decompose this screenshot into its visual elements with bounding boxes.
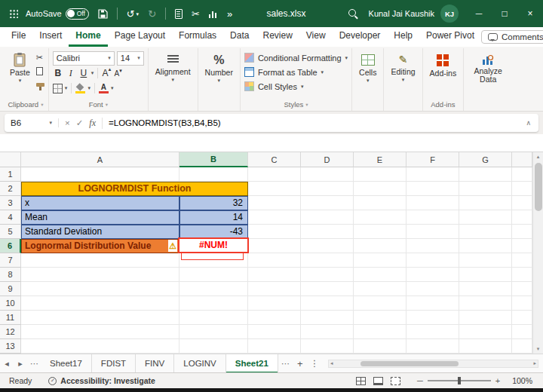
cell-A2-merged-title[interactable]: LOGNORMDIST Function (21, 182, 248, 196)
cell-A3[interactable]: x (21, 196, 179, 210)
sheet-tabs-overflow-left[interactable]: ⋯ (27, 359, 41, 369)
cell-F3[interactable] (406, 196, 459, 210)
cell-F2[interactable] (406, 182, 459, 196)
zoom-out-icon[interactable]: ─ (413, 376, 428, 385)
hscroll-left-icon[interactable]: ◂ (330, 360, 333, 366)
cell-E7[interactable] (354, 253, 406, 268)
vertical-scrollbar[interactable]: ▴ ▾ (532, 152, 543, 354)
name-box-dropdown-icon[interactable]: ▾ (49, 120, 52, 126)
cell-A4[interactable]: Mean (21, 210, 179, 225)
cell-partial-13[interactable] (512, 339, 532, 354)
row-header-11[interactable]: 11 (0, 311, 21, 325)
column-header-A[interactable]: A (21, 152, 179, 167)
cell-C4[interactable] (248, 210, 301, 225)
column-header-C[interactable]: C (248, 152, 301, 167)
tab-data[interactable]: Data (223, 27, 256, 47)
row-header-6[interactable]: 6 (0, 239, 21, 253)
cell-B8[interactable] (179, 268, 248, 282)
cell-A6[interactable]: Lognormal Distribution Value⚠ (21, 239, 179, 253)
cell-partial-10[interactable] (512, 296, 532, 311)
cell-partial-11[interactable] (512, 311, 532, 325)
tab-insert[interactable]: Insert (32, 27, 69, 47)
chart-icon[interactable] (209, 10, 218, 18)
cell-G8[interactable] (459, 268, 512, 282)
select-all-corner[interactable] (0, 152, 21, 167)
zoom-in-icon[interactable]: + (491, 376, 505, 385)
sheet-tab-loginv[interactable]: LOGINV (174, 354, 225, 373)
cell-G2[interactable] (459, 182, 512, 196)
conditional-formatting-button[interactable]: Conditional Formatting ▾ (244, 51, 348, 64)
cell-E4[interactable] (354, 210, 406, 225)
cell-B12[interactable] (179, 325, 248, 339)
tab-help[interactable]: Help (387, 27, 419, 47)
cell-B10[interactable] (179, 296, 248, 311)
copy-button[interactable] (36, 66, 44, 77)
tab-developer[interactable]: Developer (333, 27, 388, 47)
cell-F11[interactable] (406, 311, 459, 325)
cell-B13[interactable] (179, 339, 248, 354)
alignment-button[interactable]: Alignment ▾ (152, 51, 194, 84)
number-button[interactable]: % Number ▾ (202, 51, 236, 85)
column-header-D[interactable]: D (301, 152, 354, 167)
italic-button[interactable]: I (66, 68, 76, 79)
column-header-G[interactable]: G (459, 152, 512, 167)
cell-C1[interactable] (248, 167, 301, 182)
page-break-view-icon[interactable] (391, 377, 400, 385)
cell-F7[interactable] (406, 253, 459, 268)
cell-E3[interactable] (354, 196, 406, 210)
cell-A9[interactable] (21, 282, 179, 296)
row-header-5[interactable]: 5 (0, 225, 21, 239)
cell-partial-9[interactable] (512, 282, 532, 296)
cell-E9[interactable] (354, 282, 406, 296)
accessibility-status[interactable]: ✓ Accessibility: Investigate (48, 376, 155, 385)
scroll-down-icon[interactable]: ▾ (533, 346, 543, 352)
row-header-9[interactable]: 9 (0, 282, 21, 296)
cell-C12[interactable] (248, 325, 301, 339)
underline-dropdown-icon[interactable]: ▾ (91, 70, 94, 76)
error-warning-icon[interactable]: ⚠ (168, 240, 177, 252)
cut-button[interactable]: ✂ (36, 52, 44, 63)
cell-C6[interactable] (248, 239, 301, 253)
cell-G13[interactable] (459, 339, 512, 354)
user-name[interactable]: Kunal Jai Kaushik (369, 9, 434, 18)
hscroll-right-icon[interactable]: ▸ (533, 360, 536, 366)
avatar[interactable]: KJ (440, 5, 459, 23)
row-header-13[interactable]: 13 (0, 339, 21, 354)
cell-D13[interactable] (301, 339, 354, 354)
cell-partial-6[interactable] (512, 239, 532, 253)
search-icon[interactable] (348, 8, 358, 19)
cell-G10[interactable] (459, 296, 512, 311)
row-header-8[interactable]: 8 (0, 268, 21, 282)
zoom-thumb[interactable] (458, 377, 461, 384)
format-painter-button[interactable] (36, 79, 44, 90)
bold-button[interactable]: B (53, 68, 63, 78)
autosave-switch[interactable]: Off (66, 8, 89, 20)
row-header-2[interactable]: 2 (0, 182, 21, 196)
fill-color-icon[interactable] (75, 84, 85, 93)
cell-D7[interactable] (301, 253, 354, 268)
comments-button[interactable]: Comments (481, 30, 543, 44)
cell-D10[interactable] (301, 296, 354, 311)
vertical-scroll-thumb[interactable] (535, 163, 542, 211)
underline-button[interactable]: U (78, 68, 89, 78)
file-name[interactable]: sales.xlsx (266, 8, 305, 19)
zoom-level[interactable]: 100% (512, 376, 532, 385)
cell-A7[interactable] (21, 253, 179, 268)
cell-A11[interactable] (21, 311, 179, 325)
cell-partial-4[interactable] (512, 210, 532, 225)
font-name-select[interactable]: Calibri▾ (53, 51, 115, 66)
cell-F10[interactable] (406, 296, 459, 311)
cell-styles-button[interactable]: Cell Styles ▾ (244, 80, 303, 93)
cell-F4[interactable] (406, 210, 459, 225)
cell-F12[interactable] (406, 325, 459, 339)
undo-dropdown-icon[interactable]: ▾ (137, 11, 140, 17)
save-icon[interactable] (98, 9, 108, 19)
tab-file[interactable]: File (5, 27, 32, 47)
collapse-formula-bar-icon[interactable]: ∧ (526, 119, 531, 127)
cell-E11[interactable] (354, 311, 406, 325)
sheet-nav-right-icon[interactable]: ▸ (14, 359, 27, 369)
cell-A8[interactable] (21, 268, 179, 282)
tab-view[interactable]: View (299, 27, 333, 47)
row-header-4[interactable]: 4 (0, 210, 21, 225)
cell-G4[interactable] (459, 210, 512, 225)
